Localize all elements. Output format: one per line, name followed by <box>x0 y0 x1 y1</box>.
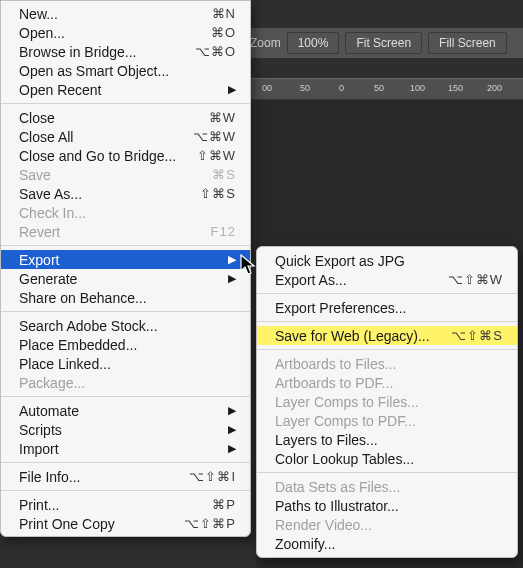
menu-item-shortcut: ⌘O <box>211 25 236 40</box>
submenu-arrow-icon: ▶ <box>228 83 236 96</box>
menu-item-shortcut: ⌥⌘W <box>193 129 236 144</box>
menu-item-label: Export Preferences... <box>275 300 503 316</box>
file-menu-item-package: Package... <box>1 373 250 392</box>
menu-item-shortcut: F12 <box>211 224 236 239</box>
export-menu-item-artboards-to-files: Artboards to Files... <box>257 354 517 373</box>
file-menu-item-search-adobe-stock[interactable]: Search Adobe Stock... <box>1 316 250 335</box>
ruler-tick: 100 <box>410 83 425 93</box>
file-menu-item-file-info[interactable]: File Info...⌥⇧⌘I <box>1 467 250 486</box>
export-menu-item-save-for-web-legacy[interactable]: Save for Web (Legacy)...⌥⇧⌘S <box>257 326 517 345</box>
menu-item-label: Export As... <box>275 272 448 288</box>
export-menu-item-separator <box>257 472 517 473</box>
menu-item-label: Save <box>19 167 212 183</box>
file-menu-item-save: Save⌘S <box>1 165 250 184</box>
file-menu-item-generate[interactable]: Generate▶ <box>1 269 250 288</box>
menu-item-label: Open Recent <box>19 82 228 98</box>
file-menu-item-separator <box>1 103 250 104</box>
ruler-tick: 00 <box>262 83 272 93</box>
menu-item-shortcut: ⌥⇧⌘P <box>184 516 236 531</box>
file-menu-item-print[interactable]: Print...⌘P <box>1 495 250 514</box>
submenu-arrow-icon: ▶ <box>228 253 236 266</box>
export-submenu: Quick Export as JPGExport As...⌥⇧⌘WExpor… <box>256 246 518 558</box>
fit-screen-button[interactable]: Fit Screen <box>345 32 422 54</box>
menu-item-label: Place Linked... <box>19 356 236 372</box>
file-menu-item-separator <box>1 462 250 463</box>
ruler-tick: 50 <box>300 83 310 93</box>
export-menu-item-separator <box>257 293 517 294</box>
menu-item-label: Close <box>19 110 209 126</box>
menu-item-label: Data Sets as Files... <box>275 479 503 495</box>
menu-item-label: Check In... <box>19 205 236 221</box>
menu-item-label: Share on Behance... <box>19 290 236 306</box>
menu-item-shortcut: ⇧⌘S <box>200 186 236 201</box>
file-menu-item-open-recent[interactable]: Open Recent▶ <box>1 80 250 99</box>
ruler-tick: 150 <box>448 83 463 93</box>
menu-item-label: Import <box>19 441 228 457</box>
file-menu-item-save-as[interactable]: Save As...⇧⌘S <box>1 184 250 203</box>
menu-item-label: Search Adobe Stock... <box>19 318 236 334</box>
menu-item-label: Scripts <box>19 422 228 438</box>
export-menu-item-paths-to-illustrator[interactable]: Paths to Illustrator... <box>257 496 517 515</box>
export-menu-item-color-lookup-tables[interactable]: Color Lookup Tables... <box>257 449 517 468</box>
menu-item-label: Print... <box>19 497 212 513</box>
file-menu-item-open-as-smart-object[interactable]: Open as Smart Object... <box>1 61 250 80</box>
menu-item-label: Place Embedded... <box>19 337 236 353</box>
export-menu-item-artboards-to-pdf: Artboards to PDF... <box>257 373 517 392</box>
menu-item-shortcut: ⌘N <box>212 6 236 21</box>
file-menu-item-close[interactable]: Close⌘W <box>1 108 250 127</box>
menu-item-label: Generate <box>19 271 228 287</box>
file-menu-item-revert: RevertF12 <box>1 222 250 241</box>
submenu-arrow-icon: ▶ <box>228 404 236 417</box>
export-menu-item-layers-to-files[interactable]: Layers to Files... <box>257 430 517 449</box>
export-menu-item-zoomify[interactable]: Zoomify... <box>257 534 517 553</box>
export-menu-item-separator <box>257 349 517 350</box>
file-menu-item-place-linked[interactable]: Place Linked... <box>1 354 250 373</box>
menu-item-shortcut: ⇧⌘W <box>197 148 236 163</box>
export-menu-item-data-sets-as-files: Data Sets as Files... <box>257 477 517 496</box>
menu-item-label: Paths to Illustrator... <box>275 498 503 514</box>
fill-screen-button[interactable]: Fill Screen <box>428 32 507 54</box>
export-menu-item-export-as[interactable]: Export As...⌥⇧⌘W <box>257 270 517 289</box>
file-menu-item-scripts[interactable]: Scripts▶ <box>1 420 250 439</box>
menu-item-shortcut: ⌥⌘O <box>195 44 236 59</box>
menu-item-label: Save As... <box>19 186 200 202</box>
file-menu-item-share-on-behance[interactable]: Share on Behance... <box>1 288 250 307</box>
menu-item-label: Save for Web (Legacy)... <box>275 328 451 344</box>
file-menu-item-close-all[interactable]: Close All⌥⌘W <box>1 127 250 146</box>
file-menu-item-separator <box>1 490 250 491</box>
menu-item-shortcut: ⌘S <box>212 167 236 182</box>
submenu-arrow-icon: ▶ <box>228 272 236 285</box>
file-menu-item-open[interactable]: Open...⌘O <box>1 23 250 42</box>
menu-item-label: Automate <box>19 403 228 419</box>
file-menu-item-browse-in-bridge[interactable]: Browse in Bridge...⌥⌘O <box>1 42 250 61</box>
menu-item-label: File Info... <box>19 469 189 485</box>
file-menu-item-automate[interactable]: Automate▶ <box>1 401 250 420</box>
file-menu-item-print-one-copy[interactable]: Print One Copy⌥⇧⌘P <box>1 514 250 533</box>
menu-item-label: Open... <box>19 25 211 41</box>
menu-item-label: Revert <box>19 224 211 240</box>
menu-item-shortcut: ⌘P <box>212 497 236 512</box>
menu-item-label: Export <box>19 252 228 268</box>
menu-item-label: Layers to Files... <box>275 432 503 448</box>
menu-item-label: Browse in Bridge... <box>19 44 195 60</box>
menu-item-label: Package... <box>19 375 236 391</box>
file-menu-item-separator <box>1 311 250 312</box>
zoom-100-button[interactable]: 100% <box>287 32 340 54</box>
menu-item-label: Artboards to PDF... <box>275 375 503 391</box>
submenu-arrow-icon: ▶ <box>228 442 236 455</box>
export-menu-item-quick-export-as-jpg[interactable]: Quick Export as JPG <box>257 251 517 270</box>
file-menu-item-import[interactable]: Import▶ <box>1 439 250 458</box>
ruler-tick: 0 <box>339 83 344 93</box>
menu-item-label: Print One Copy <box>19 516 184 532</box>
export-menu-item-export-preferences[interactable]: Export Preferences... <box>257 298 517 317</box>
menu-item-label: New... <box>19 6 212 22</box>
menu-item-label: Color Lookup Tables... <box>275 451 503 467</box>
menu-item-shortcut: ⌥⇧⌘I <box>189 469 236 484</box>
file-menu-item-place-embedded[interactable]: Place Embedded... <box>1 335 250 354</box>
file-menu-item-export[interactable]: Export▶ <box>1 250 250 269</box>
menu-item-label: Zoomify... <box>275 536 503 552</box>
file-menu-item-close-and-go-to-bridge[interactable]: Close and Go to Bridge...⇧⌘W <box>1 146 250 165</box>
file-menu-item-separator <box>1 245 250 246</box>
ruler-tick: 200 <box>487 83 502 93</box>
file-menu-item-new[interactable]: New...⌘N <box>1 4 250 23</box>
